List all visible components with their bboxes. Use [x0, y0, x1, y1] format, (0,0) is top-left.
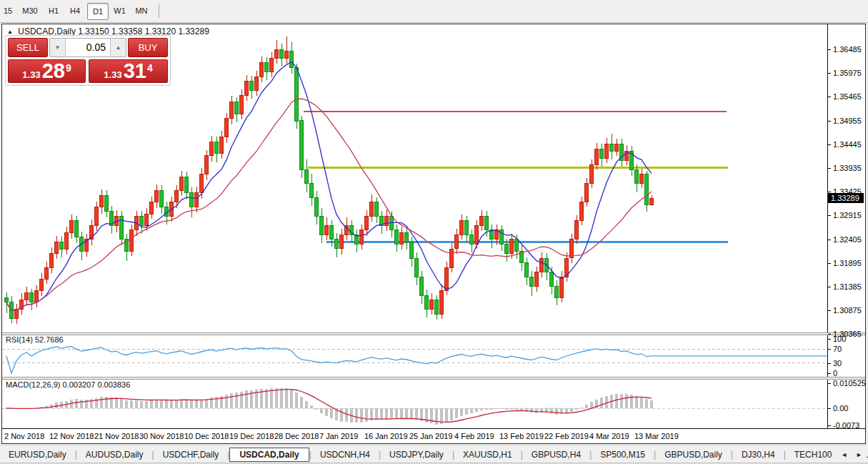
sell-price-sup: 9	[66, 55, 71, 81]
time-axis[interactable]: 2 Nov 201812 Nov 201821 Nov 201830 Nov 2…	[2, 428, 865, 443]
candle	[320, 216, 324, 235]
candle	[510, 240, 514, 254]
chart-tab-eurusd[interactable]: EURUSD,Daily	[0, 448, 75, 462]
buy-button[interactable]: BUY	[128, 38, 168, 57]
candle	[225, 119, 229, 137]
candle	[465, 221, 469, 235]
candle	[540, 258, 544, 272]
date-tick: 13 Mar 2019	[634, 432, 679, 440]
volume-input[interactable]: 0.05	[66, 39, 110, 56]
buy-price-button[interactable]: 1.33314	[89, 59, 168, 83]
chart-tab-bar: EURUSD,Daily|AUDUSD,Daily|USDCHF,Daily|U…	[0, 445, 868, 463]
candle	[140, 216, 144, 225]
candle	[640, 174, 644, 184]
candle	[50, 254, 54, 268]
price-tick: 1.33935	[833, 164, 862, 172]
volume-stepper: ▼ 0.05 ▲	[49, 38, 126, 57]
candle	[205, 156, 209, 174]
candle	[650, 198, 654, 204]
candle	[440, 291, 444, 315]
price-tick: 1.32915	[833, 211, 862, 219]
candle	[430, 300, 434, 310]
candle	[435, 300, 439, 315]
chart-tab-usdcad[interactable]: USDCAD,Daily	[229, 448, 309, 462]
candle	[40, 279, 44, 290]
tab-scroll-controls: ◄ ►	[832, 445, 867, 463]
chart-tab-sp500[interactable]: SP500,M15	[592, 448, 654, 462]
candle	[210, 142, 214, 156]
chart-tab-xauusd[interactable]: XAUUSD,H1	[454, 448, 521, 462]
candle	[95, 207, 99, 225]
candle	[295, 67, 299, 121]
mt4-terminal: 15M30H1H4D1W1MN ▲ USDCAD,Daily 1.33150 1…	[0, 0, 868, 464]
candle	[325, 225, 329, 235]
macd-indicator-pane[interactable]: MACD(12,26,9) 0.003207 0.003836	[2, 380, 827, 428]
timeframe-button-mn[interactable]: MN	[131, 3, 151, 19]
macd-scale-tick: 0.010525	[833, 379, 866, 388]
candle	[470, 235, 474, 244]
candle	[575, 221, 579, 240]
candle	[280, 49, 284, 58]
volume-increase-button[interactable]: ▲	[110, 39, 126, 56]
candle	[400, 232, 404, 244]
date-tick: 7 Jan 2019	[319, 432, 358, 440]
timeframe-button-d1[interactable]: D1	[87, 3, 109, 20]
candle	[550, 272, 554, 287]
candle	[590, 165, 594, 184]
date-tick: 21 Nov 2018	[94, 432, 139, 440]
candle	[100, 195, 104, 207]
tab-scroll-left-icon[interactable]: ◄	[837, 450, 852, 460]
volume-down-icon: ▼	[55, 44, 61, 51]
chart-tab-dj30[interactable]: DJ30,H4	[733, 448, 784, 462]
candle	[60, 242, 64, 249]
candle	[250, 82, 254, 91]
macd-scale-tick: -0.0073	[833, 421, 859, 430]
candle	[595, 149, 599, 165]
price-chart-pane[interactable]: ▲ USDCAD,Daily 1.33150 1.33358 1.33120 1…	[2, 24, 827, 332]
chart-tab-usdjpy[interactable]: USDJPY,Daily	[381, 448, 452, 462]
chart-tab-gbpusd[interactable]: GBPUSD,Daily	[656, 448, 731, 462]
candle	[375, 202, 379, 217]
timeframe-button-w1[interactable]: W1	[110, 3, 129, 19]
chart-tab-usdcnh[interactable]: USDCNH,H4	[311, 448, 379, 462]
toolbar-separator	[159, 4, 159, 18]
pane-divider-rsi[interactable]	[2, 332, 865, 335]
candle	[275, 49, 279, 58]
timeframe-button-h4[interactable]: H4	[66, 3, 84, 19]
candle	[265, 63, 269, 72]
timeframe-button-h1[interactable]: H1	[44, 3, 63, 19]
rsi-indicator-pane[interactable]: RSI(14) 52.7686	[2, 335, 827, 377]
sell-price-button[interactable]: 1.33289	[8, 59, 86, 83]
candle	[330, 225, 334, 240]
candle	[180, 177, 184, 191]
candle	[525, 263, 529, 277]
volume-decrease-button[interactable]: ▼	[50, 39, 66, 56]
candle	[105, 195, 109, 212]
date-tick: 22 Feb 2019	[544, 432, 589, 440]
candle	[335, 240, 339, 249]
date-tick: 16 Jan 2019	[364, 432, 408, 440]
tab-scroll-right-icon[interactable]: ►	[852, 450, 867, 460]
timeframe-button-15[interactable]: 15	[0, 3, 16, 19]
date-tick: 4 Mar 2019	[589, 432, 629, 440]
collapse-arrow-icon[interactable]: ▲	[7, 29, 13, 35]
candle	[460, 221, 464, 235]
timeframe-button-m30[interactable]: M30	[19, 3, 41, 19]
chart-tab-usdchf[interactable]: USDCHF,Daily	[154, 448, 228, 462]
sell-button[interactable]: SELL	[8, 38, 48, 57]
price-tick: 1.31895	[833, 259, 862, 267]
candle	[270, 58, 274, 72]
pane-divider-macd[interactable]	[2, 377, 865, 380]
price-tick: 1.30875	[833, 306, 862, 315]
chart-tab-gbpusd[interactable]: GBPUSD,H4	[523, 448, 589, 462]
candle	[195, 193, 199, 207]
macd-scale-tick: 0.00	[833, 404, 848, 413]
date-tick: 13 Feb 2019	[499, 432, 544, 440]
candle	[260, 63, 264, 77]
buy-price-sup: 4	[147, 55, 153, 81]
chart-tab-audusd[interactable]: AUDUSD,Daily	[77, 448, 152, 462]
price-axis[interactable]: 1.364851.359751.354651.349551.344451.339…	[828, 24, 865, 443]
price-tick: 1.34955	[833, 117, 862, 125]
candle	[340, 235, 344, 249]
candle	[585, 184, 589, 202]
